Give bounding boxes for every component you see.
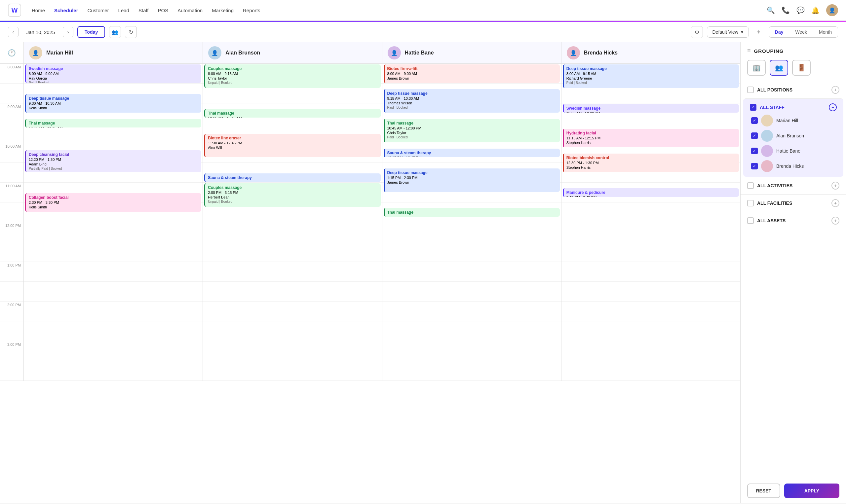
- all-positions-checkbox[interactable]: [747, 87, 754, 93]
- time-slot: [0, 84, 23, 103]
- staff-item-alan: ✓ Alan Brunson: [750, 130, 837, 142]
- nav-home[interactable]: Home: [32, 7, 45, 13]
- staff-item-marian: ✓ Marian Hill: [750, 114, 837, 126]
- schedule-col-hattie: Biotec firm-a-lift8:00 AM - 9:00 AMJames…: [382, 64, 562, 381]
- all-assets-add-button[interactable]: +: [831, 217, 840, 224]
- appointment-brenda-1[interactable]: Swedish massage10:00 AM - 10:30 AM: [563, 104, 739, 113]
- all-facilities-left: ALL FACILITIES: [747, 200, 792, 206]
- favorite-button[interactable]: ✦: [753, 26, 765, 38]
- appointment-hattie-1[interactable]: Deep tissue massage9:15 AM - 10:30 AMTho…: [384, 89, 560, 113]
- appointment-title: Biotec line eraser: [208, 136, 378, 140]
- appointment-hattie-3[interactable]: Sauna & steam therapy12:15 PM - 12:45 PM: [384, 149, 560, 157]
- nav-customer[interactable]: Customer: [88, 7, 109, 13]
- all-positions-label: ALL POSITIONS: [757, 87, 792, 92]
- all-facilities-checkbox[interactable]: [747, 200, 754, 206]
- appointment-status: Paid | Booked: [387, 106, 557, 109]
- appointment-brenda-2[interactable]: Hydrating facial11:15 AM - 12:15 PMSteph…: [563, 129, 739, 147]
- appointment-brenda-3[interactable]: Biotec blemish control12:30 PM - 1:30 PM…: [563, 154, 739, 172]
- appointment-time: 1:15 PM - 2:30 PM: [387, 176, 557, 180]
- appointment-title: Thai massage: [387, 210, 557, 215]
- appointment-status: Unpaid | Booked: [208, 81, 378, 85]
- appointment-client: Chris Taylor: [208, 76, 378, 80]
- phone-icon[interactable]: 📞: [781, 6, 790, 14]
- today-button[interactable]: Today: [77, 26, 105, 38]
- schedule-slot: [203, 361, 382, 381]
- appointment-hattie-0[interactable]: Biotec firm-a-lift8:00 AM - 9:00 AMJames…: [384, 65, 560, 83]
- reset-button[interactable]: RESET: [747, 484, 780, 498]
- filter-icon-button[interactable]: ⚙: [691, 26, 703, 38]
- time-slot: 1:00 PM: [0, 262, 23, 282]
- nav-pos[interactable]: POS: [158, 7, 169, 13]
- appointment-marian-0[interactable]: Swedish massage8:00 AM - 9:00 AMRay Garc…: [25, 65, 201, 83]
- appointment-client: Alex Will: [208, 146, 378, 150]
- next-date-button[interactable]: ›: [63, 27, 73, 37]
- staff-alan-checkbox[interactable]: ✓: [751, 132, 758, 139]
- staff-hattie-checkbox[interactable]: ✓: [751, 148, 758, 154]
- group-by-staff-button[interactable]: 👥: [770, 60, 788, 76]
- view-week-button[interactable]: Week: [790, 27, 813, 37]
- schedule-slot: [562, 202, 740, 222]
- all-activities-add-button[interactable]: +: [831, 182, 840, 190]
- time-slot: 2:00 PM: [0, 302, 23, 321]
- all-assets-checkbox[interactable]: [747, 217, 754, 224]
- appointment-time: 9:15 AM - 10:30 AM: [387, 96, 557, 101]
- staff-item-name-alan: Alan Brunson: [776, 133, 804, 138]
- nav-scheduler[interactable]: Scheduler: [54, 7, 78, 13]
- staff-filter-button[interactable]: 👥: [109, 26, 121, 38]
- view-day-button[interactable]: Day: [769, 27, 790, 37]
- user-avatar[interactable]: 👤: [826, 4, 838, 16]
- group-by-room-button[interactable]: 🚪: [792, 60, 811, 76]
- nav-automation[interactable]: Automation: [177, 7, 202, 13]
- appointment-hattie-4[interactable]: Deep tissue massage1:15 PM - 2:30 PMJame…: [384, 168, 560, 192]
- staff-marian-checkbox[interactable]: ✓: [751, 117, 758, 124]
- time-slot: [0, 321, 23, 341]
- all-facilities-add-button[interactable]: +: [831, 199, 840, 207]
- appointment-alan-0[interactable]: Couples massage8:00 AM - 9:15 AMChris Ta…: [204, 65, 381, 88]
- schedule-slot: [562, 361, 740, 381]
- appointment-alan-3[interactable]: Sauna & steam therapy: [204, 174, 381, 182]
- all-staff-collapse-button[interactable]: −: [829, 103, 837, 111]
- all-positions-add-button[interactable]: +: [831, 86, 840, 94]
- schedule-slot: [382, 361, 561, 381]
- nav-lead[interactable]: Lead: [118, 7, 129, 13]
- appointment-hattie-2[interactable]: Thai massage10:45 AM - 12:00 PMChris Tay…: [384, 119, 560, 142]
- appointment-brenda-4[interactable]: Manicure & pedicure2:15 PM - 2:45 PM: [563, 188, 739, 197]
- appointment-alan-4[interactable]: Couples massage2:00 PM - 3:15 PMHerbert …: [204, 183, 381, 207]
- appointment-client: Herbert Bean: [208, 195, 378, 199]
- apply-button[interactable]: APPLY: [784, 484, 840, 498]
- time-slot: [0, 282, 23, 302]
- appointment-brenda-0[interactable]: Deep tissue massage8:00 AM - 9:15 AMRich…: [563, 65, 739, 88]
- staff-schedule-columns: Swedish massage8:00 AM - 9:00 AMRay Garc…: [24, 64, 740, 381]
- schedule-slot: [24, 242, 202, 262]
- staff-header-brenda: 👤 Brenda Hicks: [562, 42, 740, 64]
- refresh-button[interactable]: ↻: [125, 26, 137, 38]
- whatsapp-icon[interactable]: 💬: [796, 6, 805, 14]
- prev-date-button[interactable]: ‹: [8, 27, 18, 37]
- sidebar-title: GROUPING: [754, 48, 784, 54]
- view-month-button[interactable]: Month: [813, 27, 838, 37]
- staff-item-hattie: ✓ Hattie Bane: [750, 145, 837, 157]
- staff-brenda-checkbox[interactable]: ✓: [751, 163, 758, 169]
- appointment-marian-4[interactable]: Collagen boost facial2:30 PM - 3:30 PMKe…: [25, 193, 201, 212]
- view-select-dropdown[interactable]: Default View ▾: [707, 26, 749, 38]
- group-by-building-button[interactable]: 🏢: [747, 60, 766, 76]
- all-staff-row: ✓ ALL STAFF −: [750, 103, 837, 111]
- nav-staff[interactable]: Staff: [139, 7, 149, 13]
- nav-reports[interactable]: Reports: [243, 7, 260, 13]
- appointment-marian-3[interactable]: Deep cleansing facial12:20 PM - 1:30 PMA…: [25, 150, 201, 172]
- appointment-time: 12:30 PM - 1:30 PM: [566, 161, 736, 165]
- appointment-marian-2[interactable]: Thai massage10:45 AM - 11:15 AM: [25, 119, 201, 127]
- all-staff-checkbox[interactable]: ✓: [750, 104, 756, 111]
- time-slot: 10:00 AM: [0, 143, 23, 163]
- all-activities-checkbox[interactable]: [747, 182, 754, 189]
- notification-icon[interactable]: 🔔: [811, 6, 819, 14]
- appointment-alan-2[interactable]: Biotec line eraser11:30 AM - 12:45 PMAle…: [204, 134, 381, 157]
- appointment-hattie-5[interactable]: Thai massage: [384, 208, 560, 217]
- all-staff-label: ALL STAFF: [760, 105, 785, 110]
- time-slot: [0, 123, 23, 143]
- appointment-alan-1[interactable]: Thai massage10:15 AM - 10:45 AM: [204, 109, 381, 118]
- appointment-marian-1[interactable]: Deep tissue massage9:30 AM - 10:30 AMKel…: [25, 94, 201, 113]
- nav-marketing[interactable]: Marketing: [212, 7, 234, 13]
- appointment-title: Manicure & pedicure: [566, 190, 736, 195]
- search-icon[interactable]: 🔍: [767, 6, 775, 14]
